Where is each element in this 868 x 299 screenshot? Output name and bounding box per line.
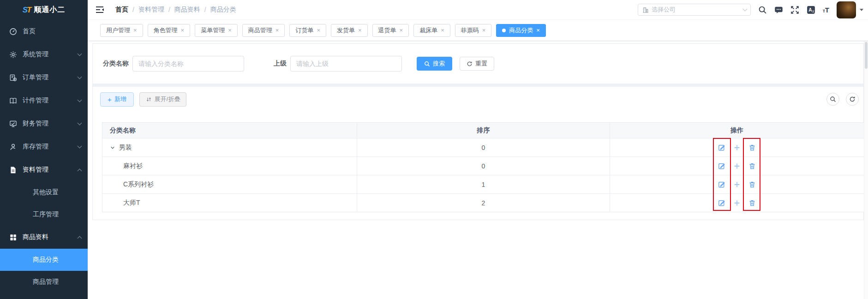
edit-icon[interactable] [718,199,725,207]
category-name: 麻衬衫 [123,162,143,170]
search-button[interactable]: 搜索 [417,57,452,71]
category-table: 分类名称 排序 操作 男装 0 麻衬衫 0 [102,122,863,212]
breadcrumb-home[interactable]: 首页 [115,6,128,14]
search-icon[interactable] [758,6,767,14]
delete-icon[interactable] [748,199,756,207]
add-child-icon[interactable] [733,144,741,151]
column-header-name: 分类名称 [102,123,357,138]
parent-input[interactable] [290,56,402,72]
delete-icon[interactable] [748,181,756,188]
sidebar-item-other-settings[interactable]: 其他设置 [0,181,88,203]
company-select[interactable]: 选择公司 [638,4,751,16]
avatar[interactable] [837,1,856,18]
close-icon[interactable]: × [482,27,486,34]
sidebar-item-home[interactable]: 首页 [0,20,88,43]
table-row: C系列衬衫 1 [102,175,863,193]
section-divider [93,84,863,87]
sidebar-item-finance[interactable]: 财务管理 [0,112,88,135]
breadcrumb-product-data: 商品资料 [174,6,200,14]
user-menu[interactable] [837,1,863,18]
add-child-icon[interactable] [733,181,741,188]
sidebar-item-data[interactable]: 资料管理 [0,158,88,181]
category-name-cell: C系列衬衫 [102,175,357,193]
actions-cell [610,156,864,175]
company-select-placeholder: 选择公司 [652,6,741,14]
sidebar-item-system[interactable]: 系统管理 [0,43,88,66]
close-icon[interactable]: × [228,27,232,34]
close-icon[interactable]: × [358,27,362,34]
parent-label: 上级 [274,60,287,68]
actions-cell [610,138,864,156]
tab-product-management[interactable]: 商品管理× [242,24,285,37]
sidebar-collapse-icon[interactable] [95,5,104,14]
tab-product-category[interactable]: 商品分类× [496,24,546,37]
tab-role-management[interactable]: 角色管理× [148,24,191,37]
table-row: 大师T 2 [102,193,863,212]
tab-user-management[interactable]: 用户管理× [100,24,143,37]
tab-delivery-form[interactable]: 发货单× [331,24,368,37]
sidebar-item-label: 系统管理 [23,50,78,59]
tab-order-form[interactable]: 订货单× [289,24,326,37]
add-button[interactable]: + 新增 [100,92,134,107]
column-header-sort: 排序 [357,123,610,138]
document-icon [9,166,17,174]
search-button-label: 搜索 [433,60,445,68]
reset-button[interactable]: 重置 [460,57,494,71]
sort-cell: 1 [357,175,610,193]
sidebar-item-label: 财务管理 [23,120,78,128]
delete-icon[interactable] [748,162,756,170]
actions-cell [610,193,864,212]
scrollbar-thumb[interactable] [865,42,868,69]
tab-menu-management[interactable]: 菜单管理× [195,24,238,37]
sidebar-item-piecework[interactable]: 计件管理 [0,89,88,112]
tab-label: 角色管理 [154,26,178,35]
sidebar-item-product-management[interactable]: 商品管理 [0,271,88,293]
close-icon[interactable]: × [275,27,279,34]
add-child-icon[interactable] [733,199,741,207]
sidebar-item-inventory[interactable]: 库存管理 [0,135,88,158]
font-size-icon[interactable]: тT [823,6,829,13]
category-name-cell: 男装 [102,138,357,156]
actions-cell [610,175,864,193]
translate-icon[interactable]: A文 [807,6,815,14]
fullscreen-icon[interactable] [790,6,799,14]
grid-icon [9,233,17,241]
sort-cell: 0 [357,156,610,175]
tab-return-form[interactable]: 退货单× [372,24,409,37]
close-icon[interactable]: × [317,27,320,34]
close-icon[interactable]: × [133,27,137,34]
tab-label: 订货单 [295,26,313,35]
hide-search-button[interactable] [826,93,839,106]
close-icon[interactable]: × [400,27,403,34]
category-name-input[interactable] [132,56,244,72]
edit-icon[interactable] [718,181,725,188]
edit-icon[interactable] [718,162,725,170]
table-row: 麻衬衫 0 [102,156,863,175]
sidebar-item-orders[interactable]: 订单管理 [0,66,88,89]
refresh-icon [849,96,856,102]
edit-icon[interactable] [718,144,725,151]
close-icon[interactable]: × [441,27,444,34]
sidebar-item-product-category[interactable]: 商品分类 [0,249,88,271]
breadcrumb-current: 商品分类 [210,6,236,14]
logo-icon: ST [23,6,31,15]
message-icon[interactable] [774,6,783,14]
expand-row-chevron-icon[interactable] [110,145,115,150]
sidebar: ST 顺通小二 首页 系统管理 订单管理 [0,0,88,299]
delete-icon[interactable] [748,144,756,151]
chevron-up-icon [78,236,82,240]
table-row: 男装 0 [102,138,863,156]
sidebar-item-process[interactable]: 工序管理 [0,203,88,226]
close-icon[interactable]: × [181,27,185,34]
tab-label: 菲票码 [461,26,479,35]
sidebar-item-label: 商品资料 [23,233,78,241]
sidebar-item-product-data[interactable]: 商品资料 [0,226,88,249]
expand-collapse-button[interactable]: 展开/折叠 [139,92,187,107]
search-icon [830,96,836,102]
close-icon[interactable]: × [536,27,540,34]
refresh-button[interactable] [846,93,859,106]
tab-cutting-form[interactable]: 裁床单× [413,24,450,37]
tab-ticket-code[interactable]: 菲票码× [455,24,492,37]
add-child-icon[interactable] [733,162,741,170]
sidebar-item-label: 计件管理 [23,96,78,105]
